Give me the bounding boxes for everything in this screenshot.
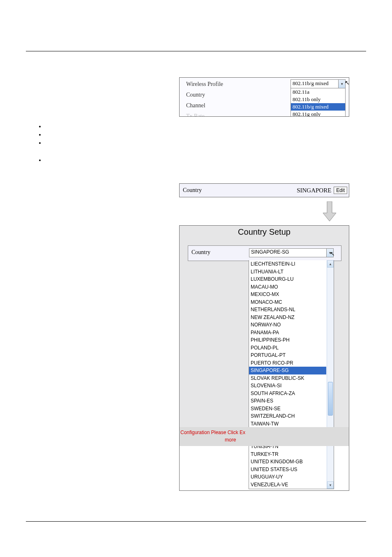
- arrow-down-icon: [322, 201, 337, 222]
- bullet-list: [37, 123, 45, 165]
- country-option[interactable]: LUXEMBOURG-LU: [249, 275, 326, 283]
- dropdown-selected-text: 802.11b/g mixed: [293, 80, 329, 86]
- country-option[interactable]: NEW ZEALAND-NZ: [249, 314, 326, 321]
- country-option[interactable]: TAIWAN-TW: [249, 420, 326, 428]
- country-option[interactable]: MONACO-MC: [249, 298, 326, 306]
- country-dropdown[interactable]: SINGAPORE-SG ▾ ↖: [249, 248, 334, 257]
- country-option[interactable]: SINGAPORE-SG: [249, 367, 326, 374]
- option-80211g[interactable]: 802.11g only: [291, 111, 345, 117]
- country-option[interactable]: TURKEY-TR: [249, 451, 326, 458]
- option-80211bg[interactable]: 802.11b/g mixed: [291, 103, 345, 111]
- country-option[interactable]: SLOVENIA-SI: [249, 382, 326, 390]
- country-option[interactable]: UNITED KINGDOM-GB: [249, 458, 326, 466]
- cursor-icon: ↖: [345, 79, 349, 86]
- scroll-down-button[interactable]: ▼: [327, 481, 334, 489]
- country-row-label: Country: [183, 187, 202, 194]
- country-option[interactable]: SOUTH AFRICA-ZA: [249, 390, 326, 398]
- country-option[interactable]: VENEZUELA-VE: [249, 481, 326, 489]
- country-option[interactable]: POLAND-PL: [249, 344, 326, 352]
- country-option[interactable]: SWITZERLAND-CH: [249, 412, 326, 420]
- country-option[interactable]: SLOVAK REPUBLIC-SK: [249, 374, 326, 382]
- wireless-profile-options[interactable]: 802.11a 802.11b only 802.11b/g mixed 802…: [291, 88, 346, 117]
- wireless-profile-dropdown[interactable]: 802.11b/g mixed ▾ 802.11a 802.11b only 8…: [291, 79, 346, 117]
- country-option[interactable]: MACAU-MO: [249, 283, 326, 291]
- cursor-icon: ↖: [330, 250, 335, 257]
- scroll-up-button[interactable]: ▲: [327, 260, 334, 268]
- country-option[interactable]: MEXICO-MX: [249, 291, 326, 298]
- edit-button[interactable]: Edit: [334, 187, 347, 194]
- channel-label: Channel: [186, 102, 223, 109]
- country-row: Country SINGAPORE Edit: [179, 183, 349, 197]
- wireless-profile-panel: Wireless Profile Country Channel Tx Rate…: [179, 77, 349, 117]
- country-option[interactable]: PUERTO RICO-PR: [249, 359, 326, 367]
- country-option[interactable]: NETHERLANDS-NL: [249, 306, 326, 314]
- wireless-profile-selected[interactable]: 802.11b/g mixed ▾: [291, 79, 346, 88]
- footer-text: Configuration Please Click Ex more: [180, 429, 245, 444]
- country-dropdown-list[interactable]: LIECHTENSTEIN-LILITHUANIA-LTLUXEMBOURG-L…: [249, 260, 334, 489]
- chevron-down-icon[interactable]: ▾: [338, 80, 345, 88]
- horizontal-rule-bottom: [26, 521, 366, 522]
- country-option[interactable]: PHILIPPINES-PH: [249, 336, 326, 344]
- country-setup-title: Country Setup: [180, 227, 349, 237]
- country-row-value: SINGAPORE: [294, 187, 334, 194]
- horizontal-rule-top: [26, 51, 366, 52]
- option-80211a[interactable]: 802.11a: [291, 88, 345, 96]
- country-form-label: Country: [191, 249, 210, 256]
- country-option[interactable]: URUGUAY-UY: [249, 473, 326, 481]
- country-option[interactable]: LIECHTENSTEIN-LI: [249, 260, 326, 268]
- country-form-row: Country SINGAPORE-SG ▾ ↖: [188, 245, 341, 261]
- country-setup-panel: Country Setup Country SINGAPORE-SG ▾ ↖ L…: [179, 225, 349, 491]
- country-label: Country: [186, 92, 223, 98]
- country-option[interactable]: SPAIN-ES: [249, 397, 326, 405]
- option-80211b[interactable]: 802.11b only: [291, 96, 345, 103]
- wireless-profile-label: Wireless Profile: [186, 81, 223, 88]
- country-option[interactable]: PORTUGAL-PT: [249, 351, 326, 359]
- scroll-thumb[interactable]: [328, 382, 333, 416]
- country-option[interactable]: NORWAY-NO: [249, 321, 326, 329]
- txrate-label: Tx Rate: [186, 113, 223, 117]
- country-option[interactable]: SWEDEN-SE: [249, 405, 326, 413]
- scrollbar[interactable]: ▲ ▼: [327, 260, 334, 489]
- country-option[interactable]: PANAMA-PA: [249, 329, 326, 337]
- country-option[interactable]: UNITED STATES-US: [249, 466, 326, 474]
- country-dropdown-selected: SINGAPORE-SG: [251, 249, 289, 255]
- country-option[interactable]: LITHUANIA-LT: [249, 268, 326, 276]
